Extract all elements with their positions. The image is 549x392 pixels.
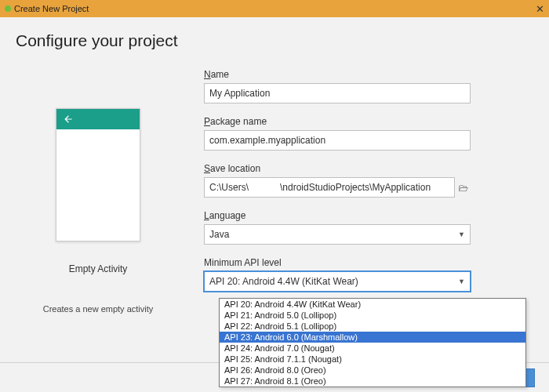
- browse-folder-icon[interactable]: 🗁: [455, 179, 471, 196]
- language-select[interactable]: Java ▼: [204, 224, 471, 245]
- form-col: Name Package name Save location 🗁 Langua…: [204, 69, 533, 314]
- api-value: API 20: Android 4.4W (KitKat Wear): [209, 276, 358, 287]
- save-label: Save location: [204, 163, 533, 174]
- api-option[interactable]: API 24: Android 7.0 (Nougat): [220, 343, 525, 354]
- close-icon[interactable]: ✕: [536, 3, 544, 15]
- package-input[interactable]: [204, 130, 471, 151]
- api-option[interactable]: API 25: Android 7.1.1 (Nougat): [220, 354, 525, 365]
- api-dropdown[interactable]: API 20: Android 4.4W (KitKat Wear)API 21…: [219, 298, 526, 387]
- language-label: Language: [204, 210, 533, 221]
- api-label: Minimum API level: [204, 257, 533, 268]
- api-option[interactable]: API 23: Android 6.0 (Marshmallow): [220, 332, 525, 343]
- api-select[interactable]: API 20: Android 4.4W (KitKat Wear) ▼: [204, 271, 471, 292]
- chevron-down-icon: ▼: [458, 278, 465, 285]
- phone-preview: [56, 108, 140, 241]
- page-title: Configure your project: [0, 17, 549, 50]
- app-icon: [5, 5, 11, 12]
- phone-appbar: [56, 109, 140, 129]
- window-title: Create New Project: [14, 4, 89, 13]
- api-option[interactable]: API 20: Android 4.4W (KitKat Wear): [220, 299, 525, 310]
- template-preview-col: Empty Activity Creates a new empty activ…: [16, 69, 180, 314]
- name-input[interactable]: [204, 83, 471, 103]
- api-option[interactable]: API 27: Android 8.1 (Oreo): [220, 376, 525, 387]
- back-arrow-icon: [63, 114, 74, 125]
- save-location-input[interactable]: [204, 177, 455, 198]
- api-option[interactable]: API 21: Android 5.0 (Lollipop): [220, 310, 525, 321]
- name-label: Name: [204, 69, 533, 80]
- language-value: Java: [209, 229, 229, 240]
- template-name: Empty Activity: [69, 263, 128, 274]
- package-label: Package name: [204, 116, 533, 127]
- api-option[interactable]: API 26: Android 8.0 (Oreo): [220, 365, 525, 376]
- titlebar: Create New Project ✕: [0, 0, 549, 17]
- chevron-down-icon: ▼: [458, 230, 465, 238]
- api-option[interactable]: API 22: Android 5.1 (Lollipop): [220, 321, 525, 332]
- template-desc: Creates a new empty activity: [43, 304, 154, 314]
